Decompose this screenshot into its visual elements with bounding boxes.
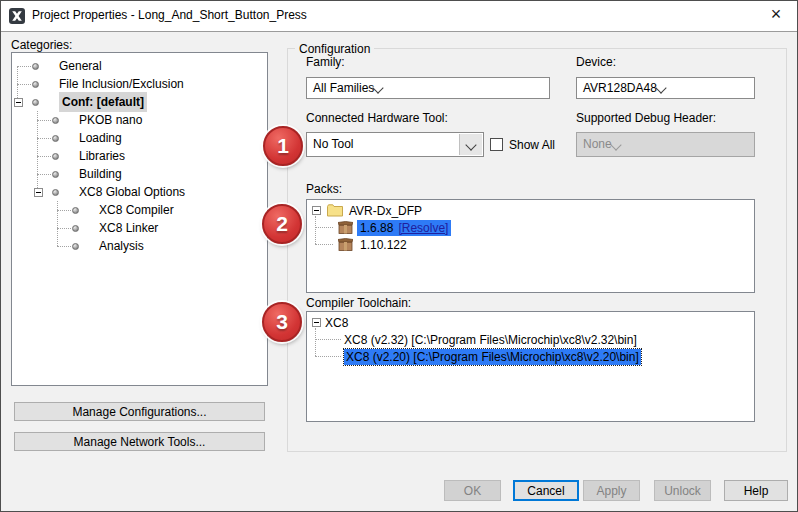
node-bullet-icon [72,207,79,214]
node-bullet-icon [52,189,59,196]
title-bar: Project Properties - Long_And_Short_Butt… [1,1,797,32]
pack-version-selected: 1.6.88[Resolve] [357,220,451,236]
package-icon [338,238,353,251]
node-bullet-icon [72,225,79,232]
node-bullet-icon [32,63,39,70]
pack-version-row-selected[interactable]: 1.6.88[Resolve] [308,219,753,236]
packs-tree: AVR-Dx_DFP 1.6.88[Resolve] 1.10.122 [306,199,755,293]
category-item-xc8-global-options[interactable]: XC8 Global Options [13,183,266,201]
window-title: Project Properties - Long_And_Short_Butt… [32,1,307,30]
node-bullet-icon [32,81,39,88]
toolchain-root-row[interactable]: XC8 [308,314,753,331]
category-item-xc8-linker[interactable]: XC8 Linker [13,219,266,237]
cancel-button[interactable]: Cancel [513,480,579,501]
category-item-conf-default[interactable]: Conf: [default] [13,93,266,111]
folder-icon [327,204,343,217]
configuration-group-label: Configuration [295,42,374,56]
supported-debug-header-label: Supported Debug Header: [576,111,716,125]
category-item-general[interactable]: General [13,57,266,75]
categories-label: Categories: [11,38,72,52]
callout-2: 2 [262,204,302,244]
node-bullet-icon [52,135,59,142]
device-label: Device: [576,55,616,69]
project-properties-dialog: Project Properties - Long_And_Short_Butt… [0,0,798,512]
unlock-button: Unlock [654,480,711,501]
apply-button: Apply [583,480,640,501]
category-item-analysis[interactable]: Analysis [13,237,266,255]
help-button[interactable]: Help [724,480,788,501]
collapse-icon[interactable] [312,318,321,327]
category-item-libraries[interactable]: Libraries [13,147,266,165]
show-all-label[interactable]: Show All [509,138,555,152]
category-item-file-inclusion[interactable]: File Inclusion/Exclusion [13,75,266,93]
connected-hardware-tool-dropdown[interactable]: No Tool [306,132,484,157]
supported-debug-header-dropdown: None [576,132,755,157]
category-item-xc8-compiler[interactable]: XC8 Compiler [13,201,266,219]
node-bullet-icon [32,99,39,106]
callout-3: 3 [262,302,302,342]
mplabx-logo-icon [9,8,25,24]
toolchain-item-row[interactable]: XC8 (v2.32) [C:\Program Files\Microchip\… [308,331,753,348]
callout-1: 1 [263,126,303,166]
family-label: Family: [306,55,345,69]
pack-version-row[interactable]: 1.10.122 [308,236,753,253]
node-bullet-icon [52,153,59,160]
node-bullet-icon [52,117,59,124]
manage-configurations-button[interactable]: Manage Configurations... [14,402,265,421]
device-dropdown[interactable]: AVR128DA48 [576,77,755,99]
chevron-down-icon [373,82,384,93]
toolchain-item-row-selected[interactable]: XC8 (v2.20) [C:\Program Files\Microchip\… [308,348,753,365]
category-item-pkob-nano[interactable]: PKOB nano [13,111,266,129]
ok-button: OK [444,480,501,501]
close-icon[interactable]: × [755,1,797,30]
packs-label: Packs: [306,182,342,196]
package-icon [338,221,353,234]
show-all-checkbox[interactable] [490,138,503,151]
family-dropdown[interactable]: All Families [306,77,550,99]
pack-root-row[interactable]: AVR-Dx_DFP [308,202,753,219]
compiler-toolchain-label: Compiler Toolchain: [306,296,411,310]
resolve-link[interactable]: [Resolve] [398,221,448,235]
compiler-toolchain-tree: XC8 XC8 (v2.32) [C:\Program Files\Microc… [306,311,755,422]
category-item-loading[interactable]: Loading [13,129,266,147]
manage-network-tools-button[interactable]: Manage Network Tools... [14,432,265,451]
toolchain-selected: XC8 (v2.20) [C:\Program Files\Microchip\… [344,349,641,365]
node-bullet-icon [72,243,79,250]
collapse-icon[interactable] [312,206,321,215]
selected-category: Conf: [default] [59,92,147,112]
connected-hardware-tool-label: Connected Hardware Tool: [306,111,448,125]
category-item-building[interactable]: Building [13,165,266,183]
node-bullet-icon [52,171,59,178]
categories-tree: General File Inclusion/Exclusion Conf: [… [11,52,268,386]
